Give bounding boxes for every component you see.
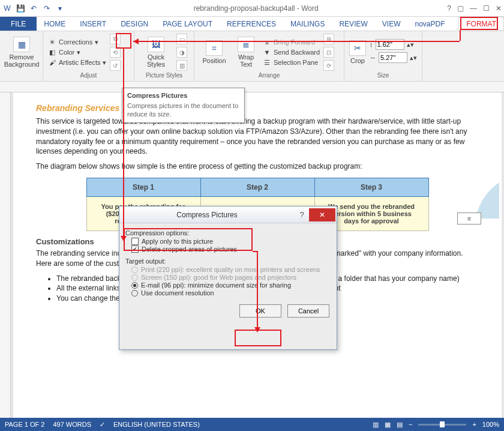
radio-icon [131,267,138,273]
change-picture-button[interactable]: ⟲ [110,47,121,58]
tooltip-title: Compress Pictures [127,92,187,99]
dialog-help-button[interactable]: ? [295,210,309,219]
bring-forward-label: Bring Forward [274,38,315,46]
close-icon[interactable]: ✕ [496,4,502,13]
artistic-effects-button[interactable]: 🖌Artistic Effects▾ [48,58,106,67]
word-count[interactable]: 497 WORDS [53,421,91,428]
align-button[interactable]: ⊞ [323,34,334,44]
tab-format[interactable]: FORMAT [458,17,504,31]
tab-mailings[interactable]: MAILINGS [283,17,332,31]
tab-insert[interactable]: INSERT [73,17,113,31]
ribbon-options-icon[interactable]: ▢ [457,4,464,13]
crop-button[interactable]: ✂Crop [349,40,366,64]
tab-view[interactable]: VIEW [375,17,408,31]
save-icon[interactable]: 💾 [16,4,25,13]
proofing-icon[interactable]: ✓ [100,421,105,429]
ribbon: ▦Remove Background ☀Corrections▾ ◧Color▾… [0,31,504,82]
annotation-arrow [460,30,461,41]
picture-effects-button[interactable]: ◑ [176,47,187,58]
minimize-icon[interactable]: — [470,4,477,13]
annotation-arrowhead [133,38,139,44]
help-icon[interactable]: ? [447,4,451,13]
tab-novapdf[interactable]: novaPDF [407,17,452,31]
remove-background-button[interactable]: ▦Remove Background [5,37,38,68]
size-group-label: Size [349,71,417,79]
dialog-buttons: OK Cancel [119,301,337,319]
dialog-title: Compress Pictures [119,211,295,219]
color-button[interactable]: ◧Color▾ [48,48,106,56]
corrections-button[interactable]: ☀Corrections▾ [48,38,106,46]
delete-cropped-checkbox[interactable]: ✔Delete cropped areas of pictures [131,246,331,253]
window-title: rebranding-proposal-backup4all - Word [65,4,447,13]
selection-pane-label: Selection Pane [274,59,318,66]
position-button[interactable]: ⌗Position [199,40,229,64]
tab-page-layout[interactable]: PAGE LAYOUT [155,17,220,31]
redo-icon[interactable]: ↷ [42,4,52,13]
dialog-close-button[interactable]: ✕ [309,208,335,222]
tab-design[interactable]: DESIGN [113,17,155,31]
checkbox-checked-icon: ✔ [131,246,139,253]
zoom-slider[interactable] [418,424,466,426]
picture-border-button[interactable]: ▭ [176,34,187,44]
layout-options-button[interactable]: ≡ [457,212,481,225]
screen-radio: Screen (150 ppi): good for Web pages and… [131,274,331,281]
delete-cropped-label: Delete cropped areas of pictures [142,246,237,253]
width-icon: ↔ [370,54,376,61]
annotation-arrow [133,41,460,42]
screen-label: Screen (150 ppi): good for Web pages and… [141,274,296,281]
annotation-arrowhead [121,236,127,241]
paragraph-intro: This service is targeted towards compani… [36,116,479,157]
cancel-button[interactable]: Cancel [287,304,329,318]
email-radio[interactable]: E-mail (96 ppi): minimize document size … [131,282,331,289]
selection-pane-button[interactable]: ☰Selection Pane [263,58,320,67]
quick-styles-label: Quick Styles [139,53,173,68]
web-layout-icon[interactable]: ▤ [397,421,403,429]
dialog-titlebar[interactable]: Compress Pictures ? ✕ [119,206,337,223]
doc-resolution-label: Use document resolution [141,289,214,297]
page-indicator[interactable]: PAGE 1 OF 2 [5,421,44,428]
titlebar: W 💾 ↶ ↷ ▾ rebranding-proposal-backup4all… [0,0,504,17]
doc-resolution-radio[interactable]: Use document resolution [131,289,331,297]
dialog-body: Compression options: Apply only to this … [119,223,337,301]
position-label: Position [202,57,226,64]
language-indicator[interactable]: ENGLISH (UNITED STATES) [113,421,200,428]
undo-icon[interactable]: ↶ [29,4,38,13]
step3-header: Step 3 [314,178,428,196]
compress-pictures-dialog: Compress Pictures ? ✕ Compression option… [119,206,337,350]
vertical-ruler[interactable] [0,92,11,430]
tab-home[interactable]: HOME [37,17,73,31]
crop-label: Crop [350,57,365,64]
width-input[interactable] [379,52,407,63]
zoom-in-button[interactable]: + [472,421,476,428]
apply-only-checkbox[interactable]: Apply only to this picture [131,238,331,245]
group-adjust: ☀Corrections▾ ◧Color▾ 🖌Artistic Effects▾… [43,31,134,81]
tab-review[interactable]: REVIEW [332,17,374,31]
group-picture-styles: 🖼Quick Styles ▭ ◑ ▥ Picture Styles [134,31,194,81]
annotation-arrowhead [254,327,260,333]
reset-picture-button[interactable]: ↺ [110,60,121,71]
radio-icon [131,290,138,297]
compression-options-label: Compression options: [125,229,331,237]
group-button[interactable]: ⊡ [323,47,334,58]
horizontal-ruler[interactable] [0,82,504,92]
word-icon: W [2,4,12,13]
read-mode-icon[interactable]: ▥ [373,421,379,429]
print-radio: Print (220 ppi): excellent quality on mo… [131,266,331,273]
print-layout-icon[interactable]: ▦ [385,421,391,429]
ok-button[interactable]: OK [239,304,281,318]
picture-layout-button[interactable]: ▥ [176,60,187,71]
send-backward-button[interactable]: ▼Send Backward [263,48,320,56]
group-remove-bg: ▦Remove Background [0,31,43,81]
qat-dropdown-icon[interactable]: ▾ [55,4,65,13]
target-output-label: Target output: [125,258,331,265]
tab-file[interactable]: FILE [0,17,37,31]
picture-styles-group-label: Picture Styles [139,71,189,79]
zoom-out-button[interactable]: − [409,421,412,428]
rotate-button[interactable]: ⟳ [323,60,334,71]
tab-references[interactable]: REFERENCES [220,17,283,31]
print-label: Print (220 ppi): excellent quality on mo… [141,266,320,273]
zoom-level[interactable]: 100% [482,421,499,428]
compress-pictures-button[interactable]: ⧉ [110,34,121,44]
maximize-icon[interactable]: ☐ [483,4,490,13]
bring-forward-button[interactable]: ▲Bring Forward [263,38,320,46]
